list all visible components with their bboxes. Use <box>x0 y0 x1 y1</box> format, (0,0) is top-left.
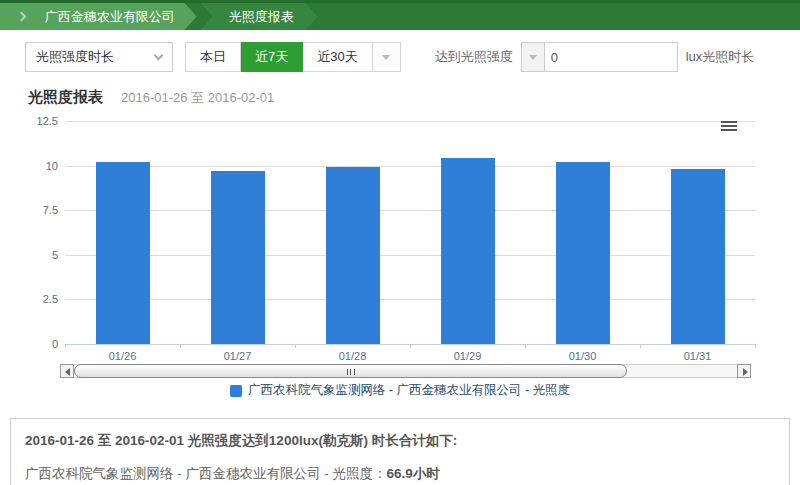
x-tick-label: 01/30 <box>525 350 640 362</box>
range-button-30days[interactable]: 近30天 <box>303 42 372 72</box>
bar-01-27[interactable] <box>211 171 265 344</box>
page: 广西金穗农业有限公司 光照度报表 光照强度时长 本日 近7天 近30天 达到光照… <box>0 0 800 485</box>
metric-select[interactable]: 光照强度时长 <box>25 42 173 72</box>
x-tick-label: 01/31 <box>640 350 755 362</box>
caret-down-icon <box>529 55 537 60</box>
scroll-right-button[interactable] <box>737 364 751 378</box>
bar-01-30[interactable] <box>556 162 610 344</box>
export-menu-icon[interactable] <box>720 120 738 134</box>
axis-tick <box>180 344 181 348</box>
gridline <box>65 299 755 300</box>
axis-tick <box>65 344 66 348</box>
summary-value: 66.9小时 <box>387 466 440 481</box>
breadcrumb-item-report[interactable]: 光照度报表 <box>201 3 318 30</box>
threshold-label: 达到光照强度 <box>435 48 513 66</box>
breadcrumb: 广西金穗农业有限公司 光照度报表 <box>0 0 800 30</box>
y-tick-label: 0 <box>3 338 58 350</box>
chart-scrollbar <box>60 364 751 378</box>
x-tick-label: 01/26 <box>65 350 180 362</box>
chevron-right-icon <box>17 12 27 22</box>
gridline <box>65 166 755 167</box>
breadcrumb-item-company[interactable]: 广西金穗农业有限公司 <box>0 3 197 30</box>
range-more-button[interactable] <box>373 42 401 72</box>
report-date-range: 2016-01-26 至 2016-02-01 <box>121 89 274 107</box>
gridline <box>65 210 755 211</box>
x-tick-label: 01/28 <box>295 350 410 362</box>
summary-line: 广西农科院气象监测网络 - 广西金穗农业有限公司 - 光照度：66.9小时 <box>25 465 775 483</box>
triangle-right-icon <box>743 368 748 376</box>
axis-tick <box>295 344 296 348</box>
bar-01-31[interactable] <box>671 169 725 344</box>
bar-01-28[interactable] <box>326 167 380 344</box>
range-button-today[interactable]: 本日 <box>185 42 241 72</box>
scrollbar-grip-icon <box>347 369 355 375</box>
chevron-down-icon <box>154 51 164 61</box>
caret-down-icon <box>382 55 390 60</box>
breadcrumb-item-label: 广西金穗农业有限公司 <box>45 9 175 24</box>
legend-item[interactable]: 广西农科院气象监测网络 - 广西金穗农业有限公司 - 光照度 <box>0 382 800 399</box>
axis-tick <box>640 344 641 348</box>
summary-heading: 2016-01-26 至 2016-02-01 光照强度达到1200lux(勒克… <box>25 432 775 450</box>
threshold-input[interactable] <box>545 42 678 72</box>
filter-toolbar: 光照强度时长 本日 近7天 近30天 达到光照强度 lux光照时长 <box>0 30 800 84</box>
gridline <box>65 121 755 122</box>
y-tick-label: 7.5 <box>3 204 58 216</box>
range-button-7days[interactable]: 近7天 <box>241 42 303 72</box>
triangle-left-icon <box>65 368 70 376</box>
axis-tick <box>525 344 526 348</box>
y-tick-label: 2.5 <box>3 293 58 305</box>
axis-tick <box>755 344 756 348</box>
threshold-caret-button[interactable] <box>521 42 545 72</box>
date-range-button-group: 本日 近7天 近30天 <box>185 42 401 72</box>
x-tick-label: 01/29 <box>410 350 525 362</box>
scrollbar-thumb[interactable] <box>74 364 627 378</box>
legend-label: 广西农科院气象监测网络 - 广西金穗农业有限公司 - 光照度 <box>248 382 570 399</box>
report-header: 光照度报表 2016-01-26 至 2016-02-01 <box>0 84 800 110</box>
summary-line-label: 广西农科院气象监测网络 - 广西金穗农业有限公司 - 光照度： <box>25 466 387 481</box>
metric-select-value: 光照强度时长 <box>36 49 114 64</box>
unit-label: lux光照时长 <box>686 48 755 66</box>
scroll-left-button[interactable] <box>60 364 74 378</box>
bar-01-29[interactable] <box>441 158 495 344</box>
y-tick-label: 5 <box>3 249 58 261</box>
x-tick-label: 01/27 <box>180 350 295 362</box>
y-tick-label: 12.5 <box>3 115 58 127</box>
summary-box: 2016-01-26 至 2016-02-01 光照强度达到1200lux(勒克… <box>10 418 790 485</box>
bar-01-26[interactable] <box>96 162 150 344</box>
legend-marker <box>230 385 242 397</box>
light-intensity-chart: 02.557.51012.501/2601/2701/2801/2901/300… <box>0 110 800 408</box>
axis-tick <box>410 344 411 348</box>
gridline <box>65 255 755 256</box>
page-title: 光照度报表 <box>28 88 103 107</box>
breadcrumb-item-label: 光照度报表 <box>229 9 294 24</box>
y-tick-label: 10 <box>3 160 58 172</box>
plot-area: 02.557.51012.501/2601/2701/2801/2901/300… <box>65 122 755 345</box>
